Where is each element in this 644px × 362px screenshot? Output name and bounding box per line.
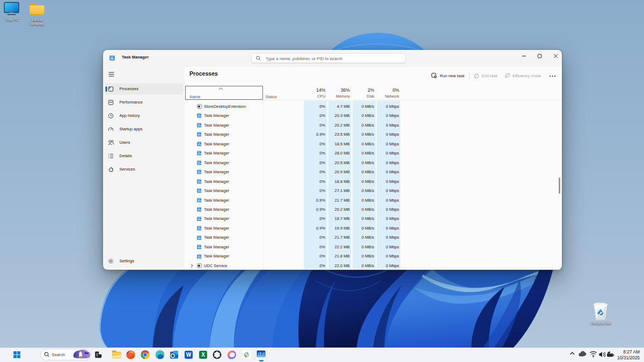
- svg-text:W: W: [186, 352, 192, 358]
- svg-text:8:27 AM: 8:27 AM: [623, 349, 640, 354]
- svg-text:Search: Search: [52, 352, 65, 357]
- svg-text:X: X: [201, 352, 205, 358]
- svg-text:10/31/2025: 10/31/2025: [617, 355, 640, 360]
